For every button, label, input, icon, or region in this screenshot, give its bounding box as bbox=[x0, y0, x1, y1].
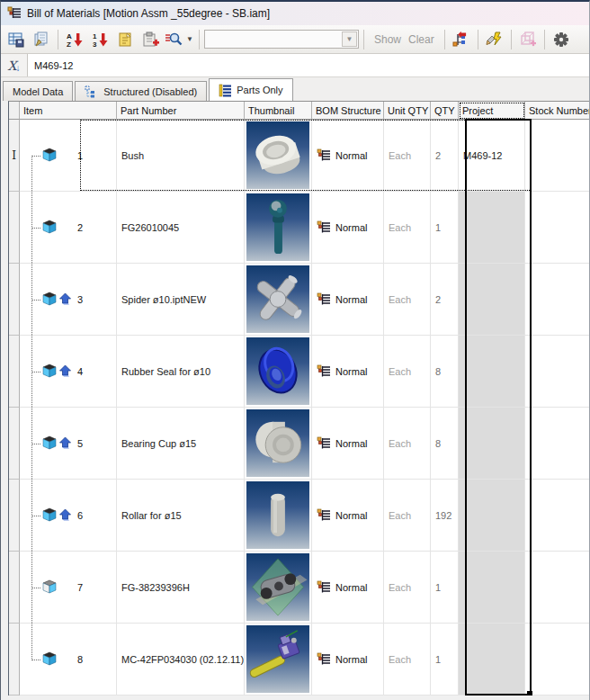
part-number-cell[interactable]: Bush bbox=[117, 120, 245, 192]
view-options-button[interactable]: ▼ bbox=[164, 29, 194, 50]
stock-number-cell[interactable] bbox=[525, 552, 590, 624]
renumber-items-button[interactable]: 1 3 bbox=[88, 29, 112, 50]
part-number-cell[interactable]: Rollar for ø15 bbox=[117, 480, 245, 552]
qty-cell[interactable]: 192 bbox=[431, 480, 459, 552]
row-header[interactable] bbox=[9, 480, 20, 552]
item-cell[interactable]: 2 bbox=[20, 192, 117, 264]
bom-settings-button[interactable] bbox=[550, 29, 573, 50]
unit-qty-cell[interactable]: Each bbox=[384, 336, 431, 408]
part-number-cell[interactable]: Bearing Cup ø15 bbox=[117, 408, 245, 480]
part-number-row-merge-button[interactable] bbox=[450, 29, 473, 50]
tab-model-data[interactable]: Model Data bbox=[3, 81, 73, 101]
filter-dropdown-icon[interactable]: ▼ bbox=[342, 31, 357, 47]
qty-cell[interactable]: 8 bbox=[431, 408, 459, 480]
filter-combobox[interactable]: ▼ bbox=[204, 30, 359, 49]
thumbnail-cell[interactable] bbox=[245, 192, 312, 264]
project-cell[interactable] bbox=[459, 336, 525, 408]
thumbnail-cell[interactable] bbox=[245, 264, 312, 336]
row-header[interactable] bbox=[9, 552, 20, 624]
row-header[interactable]: I bbox=[9, 120, 20, 192]
project-cell[interactable] bbox=[459, 480, 525, 552]
qty-cell[interactable]: 1 bbox=[431, 624, 459, 696]
bom-structure-cell[interactable]: Normal bbox=[312, 264, 384, 336]
table-row[interactable]: 2 FG26010045 Normal Each 1 bbox=[9, 192, 590, 264]
table-row[interactable]: 8 MC-42FP034030 (02.12.11) Normal Each 1 bbox=[9, 624, 590, 696]
table-row[interactable]: 7 FG-38239396H Normal Each 1 bbox=[9, 552, 590, 624]
engineers-notebook-button[interactable] bbox=[30, 29, 53, 50]
row-header[interactable] bbox=[9, 264, 20, 336]
stock-number-cell[interactable] bbox=[525, 264, 590, 336]
unit-qty-cell[interactable]: Each bbox=[384, 408, 431, 480]
unit-qty-cell[interactable]: Each bbox=[384, 480, 431, 552]
header-qty[interactable]: QTY bbox=[431, 102, 459, 120]
stock-number-cell[interactable] bbox=[525, 336, 590, 408]
qty-cell[interactable]: 8 bbox=[431, 336, 459, 408]
row-header[interactable] bbox=[9, 192, 20, 264]
item-cell[interactable]: 4 bbox=[20, 336, 117, 408]
clear-button[interactable]: Clear bbox=[403, 33, 440, 46]
row-header[interactable] bbox=[9, 336, 20, 408]
part-number-cell[interactable]: Spider ø10.iptNEW bbox=[117, 264, 245, 336]
header-part-number[interactable]: Part Number bbox=[117, 102, 245, 120]
show-button[interactable]: Show bbox=[369, 33, 407, 46]
item-cell[interactable]: 5 bbox=[20, 408, 117, 480]
cell-edit-input[interactable] bbox=[28, 54, 589, 76]
project-cell[interactable] bbox=[459, 192, 525, 264]
qty-cell[interactable]: 2 bbox=[431, 120, 459, 192]
tab-structured[interactable]: Structured (Disabled) bbox=[75, 81, 207, 101]
header-unit-qty[interactable]: Unit QTY bbox=[384, 102, 431, 120]
header-project[interactable]: Project bbox=[459, 102, 525, 120]
choose-columns-button[interactable] bbox=[113, 29, 137, 50]
stock-number-cell[interactable] bbox=[525, 120, 590, 192]
stock-number-cell[interactable] bbox=[525, 480, 590, 552]
header-thumbnail[interactable]: Thumbnail bbox=[245, 102, 312, 120]
item-cell[interactable]: 1 bbox=[20, 120, 117, 192]
thumbnail-cell[interactable] bbox=[245, 480, 312, 552]
qty-cell[interactable]: 2 bbox=[431, 264, 459, 336]
table-row[interactable]: 6 Rollar for ø15 Normal Each 192 bbox=[9, 480, 590, 552]
bom-structure-cell[interactable]: Normal bbox=[312, 480, 384, 552]
project-cell[interactable] bbox=[459, 552, 525, 624]
tab-parts-only[interactable]: Parts Only bbox=[209, 78, 292, 101]
table-row[interactable]: 4 Rubber Seal for ø10 Normal Each 8 bbox=[9, 336, 590, 408]
part-number-cell[interactable]: FG26010045 bbox=[117, 192, 245, 264]
table-row[interactable]: 5 Bearing Cup ø15 Normal Each 8 bbox=[9, 408, 590, 480]
row-header[interactable] bbox=[9, 624, 20, 696]
unit-qty-cell[interactable]: Each bbox=[384, 120, 431, 192]
stock-number-cell[interactable] bbox=[525, 624, 590, 696]
project-cell[interactable]: M469-12 bbox=[459, 120, 525, 192]
header-stock-number[interactable]: Stock Number bbox=[525, 102, 590, 120]
project-cell[interactable] bbox=[459, 264, 525, 336]
item-cell[interactable]: 3 bbox=[20, 264, 117, 336]
thumbnail-cell[interactable] bbox=[245, 408, 312, 480]
qty-cell[interactable]: 1 bbox=[431, 552, 459, 624]
project-cell[interactable] bbox=[459, 408, 525, 480]
bom-structure-cell[interactable]: Normal bbox=[312, 624, 384, 696]
thumbnail-cell[interactable] bbox=[245, 552, 312, 624]
table-row[interactable]: 3 Spider ø10.iptNEW Normal Each 2 bbox=[9, 264, 590, 336]
header-bom-structure[interactable]: BOM Structure bbox=[312, 102, 384, 120]
add-custom-iproperty-button[interactable] bbox=[139, 29, 162, 50]
part-number-cell[interactable]: MC-42FP034030 (02.12.11) bbox=[117, 624, 245, 696]
part-number-cell[interactable]: FG-38239396H bbox=[117, 552, 245, 624]
bom-structure-cell[interactable]: Normal bbox=[312, 408, 384, 480]
item-cell[interactable]: 8 bbox=[20, 624, 117, 696]
unit-qty-cell[interactable]: Each bbox=[384, 192, 431, 264]
unit-qty-cell[interactable]: Each bbox=[384, 264, 431, 336]
row-header[interactable] bbox=[9, 408, 20, 480]
stock-number-cell[interactable] bbox=[525, 408, 590, 480]
bom-structure-cell[interactable]: Normal bbox=[312, 120, 384, 192]
item-cell[interactable]: 6 bbox=[20, 480, 117, 552]
header-item[interactable]: Item bbox=[20, 102, 117, 120]
item-cell[interactable]: 7 bbox=[20, 552, 117, 624]
thumbnail-cell[interactable] bbox=[245, 120, 312, 192]
unit-qty-cell[interactable]: Each bbox=[384, 552, 431, 624]
export-bom-button[interactable] bbox=[4, 29, 28, 50]
formula-button[interactable]: X ↓ bbox=[1, 54, 28, 76]
sort-ascending-button[interactable]: A Z bbox=[63, 29, 86, 50]
table-row[interactable]: I 1 Bush Normal Each 2 M469-12 bbox=[9, 120, 590, 192]
update-mass-properties-button[interactable] bbox=[483, 29, 506, 50]
bom-structure-cell[interactable]: Normal bbox=[312, 552, 384, 624]
stock-number-cell[interactable] bbox=[525, 192, 590, 264]
unit-qty-cell[interactable]: Each bbox=[384, 624, 431, 696]
